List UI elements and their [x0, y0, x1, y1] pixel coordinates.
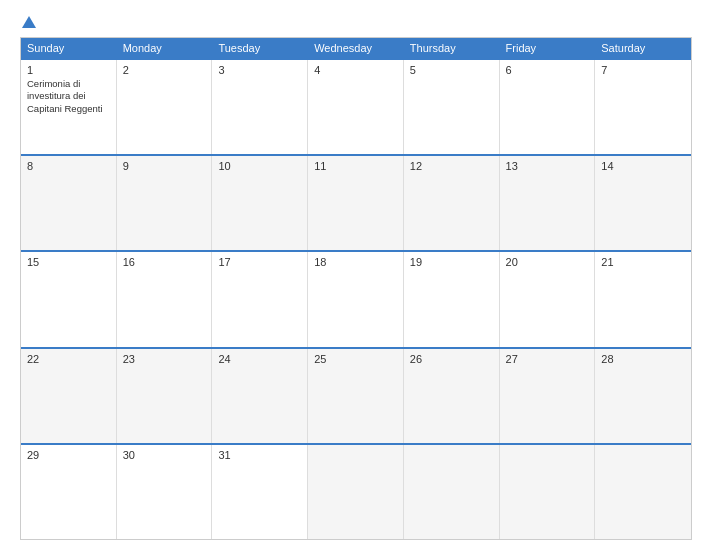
- week-row-3: 15161718192021: [21, 250, 691, 346]
- day-number: 22: [27, 353, 110, 365]
- day-header-tuesday: Tuesday: [212, 38, 308, 58]
- logo-blue-text: [20, 16, 36, 29]
- day-header-thursday: Thursday: [404, 38, 500, 58]
- day-cell: 28: [595, 349, 691, 443]
- day-cell: 24: [212, 349, 308, 443]
- day-number: 11: [314, 160, 397, 172]
- day-number: 24: [218, 353, 301, 365]
- day-number: 30: [123, 449, 206, 461]
- week-row-1: 1Cerimonia di investitura dei Capitani R…: [21, 58, 691, 154]
- day-header-sunday: Sunday: [21, 38, 117, 58]
- day-number: 18: [314, 256, 397, 268]
- day-cell: 3: [212, 60, 308, 154]
- day-header-wednesday: Wednesday: [308, 38, 404, 58]
- day-number: 3: [218, 64, 301, 76]
- day-number: 15: [27, 256, 110, 268]
- day-number: 17: [218, 256, 301, 268]
- logo: [20, 16, 36, 29]
- day-cell: 16: [117, 252, 213, 346]
- day-cell: 29: [21, 445, 117, 539]
- day-number: 12: [410, 160, 493, 172]
- day-cell: [500, 445, 596, 539]
- day-cell: 12: [404, 156, 500, 250]
- day-cell: 14: [595, 156, 691, 250]
- day-number: 2: [123, 64, 206, 76]
- calendar: SundayMondayTuesdayWednesdayThursdayFrid…: [20, 37, 692, 540]
- day-cell: 19: [404, 252, 500, 346]
- week-row-2: 891011121314: [21, 154, 691, 250]
- day-cell: 5: [404, 60, 500, 154]
- day-number: 21: [601, 256, 685, 268]
- day-number: 9: [123, 160, 206, 172]
- event-text: Cerimonia di investitura dei Capitani Re…: [27, 78, 110, 115]
- day-number: 23: [123, 353, 206, 365]
- day-number: 29: [27, 449, 110, 461]
- day-number: 19: [410, 256, 493, 268]
- day-header-saturday: Saturday: [595, 38, 691, 58]
- day-number: 26: [410, 353, 493, 365]
- day-cell: [404, 445, 500, 539]
- day-headers-row: SundayMondayTuesdayWednesdayThursdayFrid…: [21, 38, 691, 58]
- day-cell: 22: [21, 349, 117, 443]
- day-cell: 9: [117, 156, 213, 250]
- day-number: 28: [601, 353, 685, 365]
- day-number: 7: [601, 64, 685, 76]
- day-number: 16: [123, 256, 206, 268]
- day-number: 8: [27, 160, 110, 172]
- header: [20, 16, 692, 29]
- day-cell: 10: [212, 156, 308, 250]
- day-number: 27: [506, 353, 589, 365]
- day-cell: 31: [212, 445, 308, 539]
- day-number: 31: [218, 449, 301, 461]
- day-cell: 13: [500, 156, 596, 250]
- day-number: 10: [218, 160, 301, 172]
- day-cell: 23: [117, 349, 213, 443]
- calendar-body: 1Cerimonia di investitura dei Capitani R…: [21, 58, 691, 539]
- day-cell: 21: [595, 252, 691, 346]
- day-cell: 4: [308, 60, 404, 154]
- calendar-page: SundayMondayTuesdayWednesdayThursdayFrid…: [0, 0, 712, 550]
- day-header-monday: Monday: [117, 38, 213, 58]
- day-number: 20: [506, 256, 589, 268]
- day-cell: 30: [117, 445, 213, 539]
- day-cell: 11: [308, 156, 404, 250]
- logo-triangle-icon: [22, 16, 36, 28]
- day-cell: 17: [212, 252, 308, 346]
- day-number: 5: [410, 64, 493, 76]
- day-cell: 26: [404, 349, 500, 443]
- day-cell: 25: [308, 349, 404, 443]
- day-cell: 2: [117, 60, 213, 154]
- day-cell: 7: [595, 60, 691, 154]
- day-cell: 6: [500, 60, 596, 154]
- day-number: 13: [506, 160, 589, 172]
- day-cell: 8: [21, 156, 117, 250]
- day-number: 1: [27, 64, 110, 76]
- day-cell: 15: [21, 252, 117, 346]
- day-cell: 20: [500, 252, 596, 346]
- week-row-4: 22232425262728: [21, 347, 691, 443]
- day-cell: 1Cerimonia di investitura dei Capitani R…: [21, 60, 117, 154]
- day-header-friday: Friday: [500, 38, 596, 58]
- day-cell: 18: [308, 252, 404, 346]
- day-number: 6: [506, 64, 589, 76]
- day-cell: [595, 445, 691, 539]
- day-number: 4: [314, 64, 397, 76]
- day-cell: 27: [500, 349, 596, 443]
- day-number: 25: [314, 353, 397, 365]
- day-cell: [308, 445, 404, 539]
- day-number: 14: [601, 160, 685, 172]
- week-row-5: 293031: [21, 443, 691, 539]
